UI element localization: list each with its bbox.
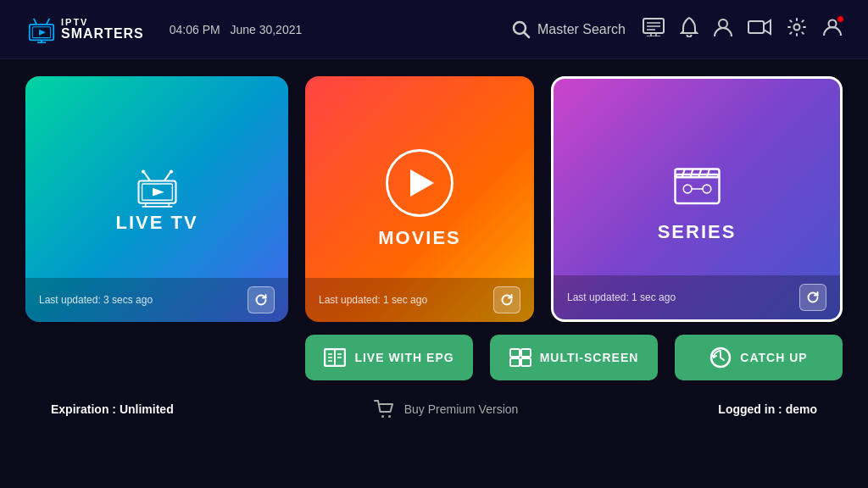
buy-premium-label: Buy Premium Version [404,402,519,416]
expiration-label: Expiration : [51,402,120,416]
notification-icon[interactable] [680,17,698,42]
search-label: Master Search [537,22,626,37]
logo-smarters: SMARTERS [61,27,144,41]
buy-premium-button[interactable]: Buy Premium Version [374,400,519,419]
live-epg-label: LIVE WITH EPG [354,351,453,364]
multi-screen-label: MULTI-SCREEN [540,351,639,364]
svg-point-38 [703,185,711,193]
footer: Expiration : Unlimited Buy Premium Versi… [25,393,843,425]
live-tv-icon [134,165,181,212]
live-tv-update: Last updated: 3 secs ago [39,294,153,306]
svg-rect-48 [521,349,531,357]
refresh-icon [254,293,268,307]
notification-dot [837,15,844,23]
tv-logo-icon [25,16,58,43]
svg-line-33 [682,169,684,177]
svg-marker-23 [153,187,164,196]
date: June 30,2021 [230,23,302,36]
cart-icon [374,400,396,419]
search-icon [512,20,531,39]
svg-rect-50 [521,358,531,366]
epg-icon[interactable] [643,18,665,41]
series-clapperboard-icon [670,156,725,211]
gear-svg [787,17,807,37]
live-epg-button[interactable]: LIVE WITH EPG [305,335,473,380]
movies-title: MOVIES [378,227,461,249]
search-bar[interactable]: Master Search [512,20,626,39]
series-refresh-btn[interactable] [799,284,826,311]
logo[interactable]: IPTV SMARTERS [25,16,144,43]
movies-bottom-bar: Last updated: 1 sec ago [305,278,534,322]
svg-rect-49 [510,358,520,366]
account-icon[interactable] [822,17,843,42]
time: 04:06 PM [170,23,220,36]
svg-point-16 [719,19,727,28]
header: IPTV SMARTERS 04:06 PM June 30,2021 Mast… [0,0,868,59]
live-tv-card[interactable]: LIVE TV Last updated: 3 secs ago [25,76,288,322]
epg-book-icon [324,348,346,367]
logged-in-value: demo [786,402,817,416]
svg-line-3 [47,18,50,24]
svg-point-37 [683,185,692,193]
multiscreen-icon [509,348,531,367]
svg-point-53 [388,415,391,418]
svg-marker-6 [39,29,46,35]
svg-line-35 [698,169,701,177]
series-title: SERIES [658,221,737,243]
movies-play-icon [410,169,434,197]
record-svg [748,19,771,36]
svg-line-2 [34,18,37,24]
svg-line-8 [524,32,529,37]
svg-point-30 [169,169,172,173]
live-tv-bottom-bar: Last updated: 3 secs ago [25,278,288,322]
series-refresh-icon [806,291,820,304]
svg-line-29 [164,172,170,180]
series-update: Last updated: 1 sec ago [567,291,676,303]
svg-line-27 [144,172,150,180]
record-icon[interactable] [748,19,771,40]
movies-card[interactable]: MOVIES Last updated: 1 sec ago [305,76,534,322]
expiration-info: Expiration : Unlimited [51,402,174,416]
catch-up-button[interactable]: CATCH UP [675,335,843,380]
svg-point-19 [794,25,800,30]
logged-in-label: Logged in : [718,402,785,416]
movies-play-circle [386,149,453,217]
bottom-buttons-row: LIVE WITH EPG MULTI-SCREEN CATCH UP [305,335,843,380]
svg-line-34 [690,169,693,177]
expiration-value: Unlimited [120,402,174,416]
multi-screen-button[interactable]: MULTI-SCREEN [490,335,658,380]
series-bottom-bar: Last updated: 1 sec ago [554,275,840,319]
svg-rect-17 [748,21,764,33]
svg-point-52 [381,415,384,418]
live-tv-refresh-btn[interactable] [248,286,275,313]
svg-point-28 [141,169,144,173]
logo-text: IPTV SMARTERS [61,18,144,41]
main-content: LIVE TV Last updated: 3 secs ago MOVIES … [0,59,868,434]
svg-line-36 [706,169,709,177]
header-icons [643,17,843,42]
catch-up-label: CATCH UP [740,351,807,364]
epg-svg [643,18,665,36]
movies-update: Last updated: 1 sec ago [319,294,427,306]
live-tv-title: LIVE TV [115,212,198,234]
movies-refresh-btn[interactable] [493,286,520,313]
cards-row: LIVE TV Last updated: 3 secs ago MOVIES … [25,76,843,322]
user-icon[interactable] [714,17,732,42]
series-card[interactable]: SERIES Last updated: 1 sec ago [551,76,843,322]
settings-icon[interactable] [787,17,807,42]
bell-svg [680,17,698,37]
svg-rect-47 [510,349,520,357]
logged-in-info: Logged in : demo [718,402,817,416]
movies-refresh-icon [500,293,514,307]
datetime: 04:06 PM June 30,2021 [170,23,302,36]
svg-marker-18 [764,20,771,34]
user-svg [714,17,732,37]
catchup-icon [709,347,732,369]
